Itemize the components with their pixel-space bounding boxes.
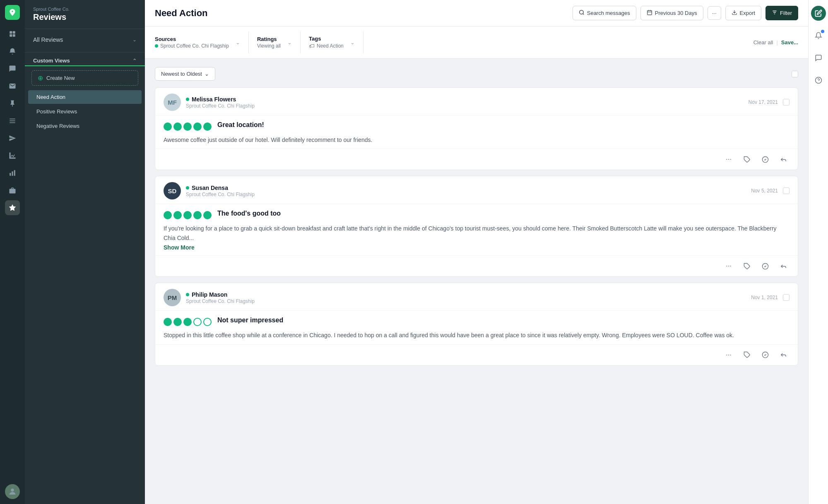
notifications-icon[interactable] (811, 28, 826, 43)
sidebar-item-need-action[interactable]: Need Action (28, 90, 142, 104)
nav-chart-icon[interactable] (5, 148, 20, 163)
sort-chevron-icon: ⌄ (205, 71, 209, 77)
svg-point-10 (11, 489, 14, 492)
star-1 (164, 318, 172, 326)
review-title: Not super impressed (217, 317, 283, 324)
resolve-action-icon[interactable] (759, 260, 771, 272)
online-status-dot (186, 98, 189, 101)
resolve-action-icon[interactable] (759, 349, 771, 361)
review-body: Great location! Awesome coffee just outs… (155, 115, 798, 149)
star-3 (183, 122, 192, 131)
resolve-action-icon[interactable] (759, 153, 771, 166)
more-options-icon: ··· (712, 10, 717, 16)
icon-rail (0, 0, 25, 504)
review-body: The food's good too If you're looking fo… (155, 204, 798, 255)
nav-pin-icon[interactable] (5, 96, 20, 111)
search-label: Search messages (587, 10, 630, 16)
sidebar-all-reviews[interactable]: All Reviews ⌄ (25, 32, 145, 47)
filter-actions: Clear all | Save... (753, 39, 798, 46)
review-header: MF Melissa Flowers Sprout Coffee Co. Chi… (155, 88, 798, 115)
nav-home-icon[interactable] (5, 26, 20, 41)
help-icon[interactable] (811, 73, 826, 88)
sources-filter[interactable]: Sources Sprout Coffee Co. Chi Flagship ⌄ (155, 31, 249, 53)
tags-filter[interactable]: Tags 🏷 Need Action ⌄ (301, 31, 363, 53)
star-2 (173, 211, 182, 219)
star-1 (164, 122, 172, 131)
custom-views-chevron-icon: ⌃ (132, 58, 137, 64)
nav-list-icon[interactable] (5, 113, 20, 128)
review-date: Nov 5, 2021 (751, 188, 778, 194)
save-filters-button[interactable]: Save... (781, 39, 798, 46)
compose-button[interactable] (811, 6, 826, 21)
search-button[interactable]: Search messages (573, 6, 636, 20)
reply-action-icon[interactable] (777, 153, 789, 166)
review-checkbox[interactable] (783, 99, 789, 106)
review-meta: Nov 5, 2021 (751, 187, 789, 194)
more-options-button[interactable]: ··· (708, 6, 721, 20)
svg-rect-8 (12, 171, 13, 176)
sidebar-item-negative-reviews[interactable]: Negative Reviews (28, 119, 142, 133)
user-avatar[interactable] (5, 484, 20, 499)
user-info: Susan Densa Sprout Coffee Co. Chi Flagsh… (186, 185, 255, 197)
nav-bell-icon[interactable] (5, 44, 20, 59)
review-text: Awesome coffee just outside of our hotel… (164, 135, 789, 144)
avatar: MF (164, 94, 181, 111)
sort-dropdown[interactable]: Newest to Oldest ⌄ (155, 67, 215, 81)
reviewer-location: Sprout Coffee Co. Chi Flagship (186, 192, 255, 197)
show-more-button[interactable]: Show More (164, 244, 195, 251)
nav-send-icon[interactable] (5, 131, 20, 146)
star-5 (203, 211, 212, 219)
filter-dropdowns: Sources Sprout Coffee Co. Chi Flagship ⌄… (155, 31, 363, 53)
reviewer-name: Susan Densa (186, 185, 255, 191)
nav-briefcase-icon[interactable] (5, 183, 20, 198)
tag-action-icon[interactable] (741, 260, 753, 272)
reply-action-icon[interactable] (777, 349, 789, 361)
ratings-filter[interactable]: Ratings Viewing all ⌄ (249, 31, 301, 53)
star-4 (193, 318, 202, 326)
source-status-dot (155, 44, 158, 48)
tag-icon: 🏷 (309, 43, 315, 49)
chat-icon[interactable] (811, 50, 826, 65)
svg-rect-3 (13, 34, 15, 37)
nav-bar-chart-icon[interactable] (5, 166, 20, 180)
tag-action-icon[interactable] (741, 349, 753, 361)
star-2 (173, 122, 182, 131)
export-button[interactable]: Export (725, 6, 762, 20)
date-range-button[interactable]: Previous 30 Days (640, 6, 703, 20)
right-icon-panel (808, 0, 828, 504)
master-checkbox[interactable] (792, 71, 798, 77)
more-action-icon[interactable]: ··· (722, 349, 735, 361)
review-user: PM Philip Mason Sprout Coffee Co. Chi Fl… (164, 289, 255, 306)
sidebar: Sprout Coffee Co. Reviews All Reviews ⌄ … (25, 0, 145, 504)
review-checkbox[interactable] (783, 294, 789, 301)
reply-action-icon[interactable] (777, 260, 789, 272)
reviewer-name: Melissa Flowers (186, 96, 255, 103)
reviewer-location: Sprout Coffee Co. Chi Flagship (186, 298, 255, 304)
nav-message-icon[interactable] (5, 61, 20, 76)
content-area: Newest to Oldest ⌄ MF Melissa Flowers Sp… (145, 59, 808, 504)
section-title: Reviews (33, 12, 137, 22)
create-new-button[interactable]: ⊕ Create New (31, 70, 138, 86)
nav-star-icon[interactable] (5, 200, 20, 215)
svg-rect-2 (10, 34, 12, 37)
page-title: Need Action (155, 8, 208, 19)
nav-inbox-icon[interactable] (5, 79, 20, 94)
star-4 (193, 122, 202, 131)
sources-label: Sources (155, 36, 229, 42)
clear-filters-button[interactable]: Clear all (753, 39, 773, 46)
star-5 (203, 122, 212, 131)
tag-action-icon[interactable] (741, 153, 753, 166)
export-label: Export (740, 10, 756, 16)
review-header: PM Philip Mason Sprout Coffee Co. Chi Fl… (155, 283, 798, 311)
review-checkbox[interactable] (783, 187, 789, 194)
create-new-plus-icon: ⊕ (38, 74, 43, 82)
sidebar-item-positive-reviews[interactable]: Positive Reviews (28, 105, 142, 118)
review-user: SD Susan Densa Sprout Coffee Co. Chi Fla… (164, 182, 255, 199)
svg-rect-5 (10, 120, 15, 121)
custom-views-header[interactable]: Custom Views ⌃ (25, 54, 145, 66)
main-content: Need Action Search messages Previous 30 … (145, 0, 808, 504)
more-action-icon[interactable]: ··· (722, 260, 735, 272)
positive-reviews-label: Positive Reviews (36, 108, 77, 115)
more-action-icon[interactable]: ··· (722, 153, 735, 166)
filter-button[interactable]: Filter (765, 6, 798, 20)
